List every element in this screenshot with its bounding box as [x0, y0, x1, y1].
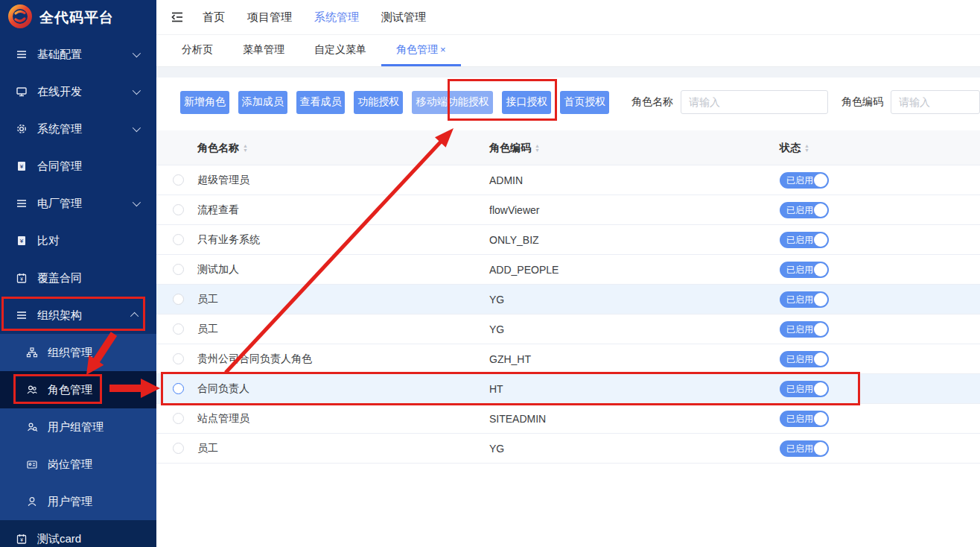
column-header-role-name[interactable]: 角色名称▲▼ — [197, 130, 248, 165]
column-header-status[interactable]: 状态▲▼ — [780, 130, 809, 165]
status-label: 已启用 — [786, 294, 813, 305]
view-members-button[interactable]: 查看成员 — [296, 91, 346, 114]
role-name-cell: 合同负责人 — [197, 374, 249, 404]
table-row[interactable]: 员工 YG 已启用 — [156, 285, 980, 314]
table-row-selected[interactable]: 合同负责人 HT 已启用 — [156, 374, 980, 404]
table-row[interactable]: 员工 YG 已启用 — [156, 314, 980, 344]
status-toggle[interactable]: 已启用 — [780, 440, 829, 457]
status-label: 已启用 — [786, 175, 813, 186]
role-code-cell: SITEADMIN — [489, 404, 546, 434]
toggle-knob — [814, 323, 827, 336]
row-radio-selected[interactable] — [173, 383, 184, 394]
sidebar-item-system-mgmt[interactable]: 系统管理 — [0, 110, 156, 148]
tab-analysis[interactable]: 分析页 — [167, 35, 228, 66]
add-role-button[interactable]: 新增角色 — [180, 91, 229, 114]
sidebar-item-test-card[interactable]: ¥ 测试card — [0, 520, 156, 547]
status-toggle[interactable]: 已启用 — [780, 381, 829, 397]
sidebar-item-user-mgmt[interactable]: 用户管理 — [0, 483, 156, 520]
homepage-auth-button[interactable]: 首页授权 — [560, 91, 609, 114]
table-row[interactable]: 站点管理员 SITEADMIN 已启用 — [156, 404, 980, 434]
table-row[interactable]: 超级管理员 ADMIN 已启用 — [156, 165, 980, 195]
row-radio[interactable] — [173, 204, 184, 215]
sidebar-item-power-plant-mgmt[interactable]: 电厂管理 — [0, 185, 156, 222]
calendar-icon: ¥ — [15, 532, 28, 546]
function-auth-button[interactable]: 功能授权 — [354, 91, 403, 114]
table-row[interactable]: 流程查看 flowViewer 已启用 — [156, 195, 980, 225]
sidebar-item-cover-contract[interactable]: ¥ 覆盖合同 — [0, 259, 156, 297]
nav-item-home[interactable]: 首页 — [203, 10, 225, 25]
tab-label: 分析页 — [182, 43, 213, 57]
monitor-icon — [15, 85, 28, 98]
sidebar-item-label: 组织架构 — [37, 309, 82, 323]
add-member-button[interactable]: 添加成员 — [238, 91, 287, 114]
gear-icon — [15, 122, 28, 136]
row-radio[interactable] — [173, 294, 184, 305]
sort-carets-icon[interactable]: ▲▼ — [243, 144, 248, 153]
sidebar-item-post-mgmt[interactable]: 岗位管理 — [0, 446, 156, 483]
people-icon — [25, 383, 39, 396]
sort-carets-icon[interactable]: ▲▼ — [535, 144, 540, 153]
status-toggle[interactable]: 已启用 — [780, 351, 829, 367]
role-name-cell: 站点管理员 — [197, 404, 249, 434]
sidebar-item-user-group-mgmt[interactable]: 用户组管理 — [0, 408, 156, 446]
status-toggle[interactable]: 已启用 — [780, 262, 829, 278]
sidebar-item-org-structure[interactable]: 组织架构 — [0, 297, 156, 334]
status-toggle[interactable]: 已启用 — [780, 291, 829, 308]
status-toggle[interactable]: 已启用 — [780, 411, 829, 427]
tab-custom-menu[interactable]: 自定义菜单 — [299, 35, 381, 66]
role-name-cell: 员工 — [197, 314, 218, 344]
tab-role-mgmt[interactable]: 角色管理× — [381, 35, 461, 66]
tab-menu-mgmt[interactable]: 菜单管理 — [228, 35, 299, 66]
chevron-down-icon — [133, 49, 141, 57]
row-radio[interactable] — [173, 234, 184, 245]
role-code-cell: ADMIN — [489, 165, 523, 195]
sidebar-item-org-mgmt[interactable]: 组织管理 — [0, 334, 156, 371]
sidebar-item-online-dev[interactable]: 在线开发 — [0, 73, 156, 110]
mobile-function-auth-button[interactable]: 移动端功能授权 — [412, 91, 493, 114]
row-radio[interactable] — [173, 353, 184, 364]
sidebar-item-label: 系统管理 — [37, 122, 82, 136]
role-code-input[interactable] — [891, 90, 980, 114]
svg-text:¥: ¥ — [19, 238, 24, 244]
api-auth-button[interactable]: 接口授权 — [502, 91, 551, 114]
toggle-knob — [814, 352, 827, 366]
nav-item-system-mgmt[interactable]: 系统管理 — [314, 10, 359, 25]
sidebar-item-compare[interactable]: ¥ 比对 — [0, 222, 156, 259]
table-row[interactable]: 贵州公司合同负责人角色 GZH_HT 已启用 — [156, 344, 980, 374]
status-toggle[interactable]: 已启用 — [780, 172, 829, 189]
role-name-cell: 员工 — [197, 285, 218, 314]
sort-carets-icon[interactable]: ▲▼ — [804, 144, 809, 153]
sidebar-item-basic-config[interactable]: 基础配置 — [0, 36, 156, 73]
sidebar-item-label: 组织管理 — [48, 346, 92, 360]
row-radio[interactable] — [173, 264, 184, 275]
table-row[interactable]: 测试加人 ADD_PEOPLE 已启用 — [156, 255, 980, 285]
row-radio[interactable] — [173, 174, 184, 186]
row-radio[interactable] — [173, 323, 184, 335]
sidebar-item-role-mgmt[interactable]: 角色管理 — [0, 371, 156, 408]
toggle-knob — [814, 442, 827, 455]
row-radio[interactable] — [173, 413, 184, 424]
table-row[interactable]: 员工 YG 已启用 — [156, 434, 980, 464]
tab-close-icon[interactable]: × — [440, 44, 446, 55]
app-logo-row: 全代码平台 — [0, 0, 156, 36]
column-header-role-code[interactable]: 角色编码▲▼ — [489, 130, 540, 165]
sidebar-item-contract-mgmt[interactable]: ¥ 合同管理 — [0, 148, 156, 185]
table-row[interactable]: 只有业务系统 ONLY_BIZ 已启用 — [156, 225, 980, 255]
status-toggle[interactable]: 已启用 — [780, 321, 829, 338]
status-toggle[interactable]: 已启用 — [780, 202, 829, 218]
status-label: 已启用 — [786, 443, 813, 454]
app-title: 全代码平台 — [39, 8, 114, 28]
role-name-label: 角色名称 — [631, 95, 673, 109]
role-name-input[interactable] — [681, 90, 828, 114]
main-content: 首页 项目管理 系统管理 测试管理 分析页 菜单管理 自定义菜单 角色管理× 新… — [156, 0, 980, 547]
calendar-icon: ¥ — [15, 271, 28, 285]
status-toggle[interactable]: 已启用 — [780, 232, 829, 248]
nav-item-test-mgmt[interactable]: 测试管理 — [381, 10, 426, 25]
role-code-label: 角色编码 — [841, 95, 883, 109]
role-code-cell: HT — [489, 374, 503, 404]
contract-icon: ¥ — [15, 159, 28, 173]
sidebar-collapse-icon[interactable] — [170, 10, 185, 25]
nav-item-project-mgmt[interactable]: 项目管理 — [247, 10, 292, 25]
column-label: 角色名称 — [197, 142, 239, 155]
row-radio[interactable] — [173, 443, 184, 454]
